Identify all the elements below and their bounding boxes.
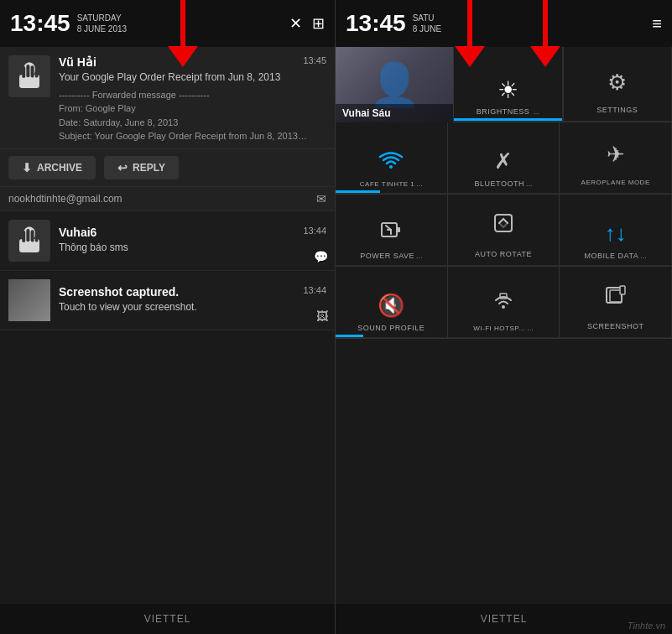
autorotate-label: AUTO ROTATE — [475, 250, 532, 258]
notification-list: Vũ Hải 13:45 Your Google Play Order Rece… — [0, 47, 335, 604]
screenshot-time: 13:44 — [303, 285, 326, 295]
aeroplane-label: AEROPLANE MODE — [581, 179, 650, 186]
settings-icon: ⚙ — [607, 70, 627, 96]
svg-rect-9 — [26, 229, 29, 242]
screenshot-icon: 🖼 — [316, 309, 328, 323]
wifi-tile[interactable]: Cafe TinhTe 1 ... — [336, 122, 448, 194]
archive-button[interactable]: ⬇ ARCHIVE — [8, 156, 96, 179]
wifi-indicator — [336, 190, 380, 193]
wifi-icon — [378, 149, 404, 176]
wifihotspot-label: WI-FI HOTSP... — [473, 325, 525, 332]
settings-label: SETTINGS — [596, 106, 638, 114]
svg-rect-3 — [26, 65, 29, 77]
sms-avatar — [8, 220, 50, 262]
right-time: 13:45 — [346, 12, 406, 35]
svg-rect-14 — [397, 227, 400, 232]
svg-rect-23 — [620, 286, 625, 294]
left-status-bar: 13:45 SATURDAY 8 JUNE 2013 ✕ ⊞ — [0, 0, 335, 47]
sms-content: Vuhai6 13:44 Thông báo sms — [50, 226, 326, 255]
right-status-bar: 13:45 SATU 8 JUNE ≡ — [336, 0, 672, 47]
svg-rect-5 — [35, 67, 39, 78]
powersave-tile[interactable]: POWER SAVE ... — [336, 195, 448, 266]
soundprofile-indicator — [336, 335, 363, 337]
right-bottom-bar: VIETTEL Tinhte.vn — [336, 604, 672, 634]
email-address: nookhdtinhte@gmail.com — [8, 193, 122, 205]
svg-point-19 — [502, 305, 505, 309]
mobiledata-icon: ↑↓ — [605, 221, 627, 247]
svg-rect-4 — [31, 65, 34, 77]
email-actions: ⬇ ARCHIVE ↩ REPLY — [0, 148, 335, 186]
reply-button[interactable]: ↩ REPLY — [104, 156, 179, 179]
sms-subject: Thông báo sms — [59, 241, 326, 255]
left-carrier: VIETTEL — [144, 613, 191, 625]
bluetooth-label: BLUETOOTH — [475, 179, 524, 188]
right-carrier: VIETTEL — [481, 613, 528, 625]
brightness-icon: ☀ — [497, 76, 518, 104]
screenshot-qs-icon — [604, 283, 628, 312]
autorotate-tile[interactable]: AUTO ROTATE — [448, 195, 560, 266]
email-avatar — [8, 55, 50, 97]
screenshot-thumb — [8, 279, 50, 321]
profile-name: Vuhai Sáu — [336, 104, 453, 122]
autorotate-icon — [492, 211, 515, 240]
brand-watermark: Tinhte.vn — [628, 621, 665, 631]
screenshot-content: Screenshot captured. 13:44 Touch to view… — [50, 285, 326, 314]
left-time: 13:45 — [10, 12, 70, 35]
left-bottom-bar: VIETTEL — [0, 604, 335, 634]
svg-rect-10 — [31, 230, 34, 242]
right-panel: 13:45 SATU 8 JUNE ≡ 👤 Vuhai Sáu ☀ — [336, 0, 672, 634]
brightness-indicator — [454, 118, 562, 121]
email-bar: nookhdtinhte@gmail.com ✉ — [0, 186, 335, 210]
bluetooth-tile[interactable]: ✗ BLUETOOTH ... — [448, 122, 560, 194]
email-time: 13:45 — [303, 55, 326, 65]
email-subject: Your Google Play Order Receipt from Jun … — [59, 70, 326, 85]
right-status-icons: ≡ — [652, 14, 662, 34]
email-body: ---------- Forwarded message ---------- … — [59, 88, 326, 143]
screenshot-notification[interactable]: Screenshot captured. 13:44 Touch to view… — [0, 271, 335, 330]
wifi-label: Cafe TinhTe 1 — [360, 180, 414, 188]
screenshot-title: Screenshot captured. — [59, 285, 179, 299]
profile-photo[interactable]: 👤 Vuhai Sáu — [336, 47, 453, 122]
email-content: Vũ Hải 13:45 Your Google Play Order Rece… — [50, 55, 326, 143]
screenshot-qs-tile[interactable]: SCREENSHOT — [560, 267, 672, 338]
bluetooth-more: ... — [526, 179, 533, 188]
right-date: SATU 8 JUNE — [413, 13, 441, 34]
sms-notification[interactable]: Vuhai6 13:44 Thông báo sms 💬 — [0, 211, 335, 271]
soundprofile-tile[interactable]: 🔇 SOUND PROFILE — [336, 267, 448, 338]
aeroplane-tile[interactable]: ✈ AEROPLANE MODE — [560, 122, 672, 194]
aeroplane-icon: ✈ — [607, 142, 625, 168]
brightness-tile[interactable]: ☀ BRIGHTNESS ... — [453, 47, 563, 122]
wifihotspot-more: ... — [527, 324, 534, 332]
wifihotspot-icon — [492, 290, 515, 319]
powersave-icon — [379, 218, 403, 247]
powersave-more: ... — [416, 252, 423, 260]
svg-rect-18 — [495, 215, 512, 231]
wifihotspot-tile[interactable]: WI-FI HOTSP... ... — [448, 267, 560, 338]
hamburger-icon[interactable]: ≡ — [652, 14, 662, 34]
left-panel: 13:45 SATURDAY 8 JUNE 2013 ✕ ⊞ — [0, 0, 336, 634]
sms-time: 13:44 — [303, 226, 326, 236]
left-date: SATURDAY 8 JUNE 2013 — [77, 13, 127, 34]
email-envelope-icon: ✉ — [316, 192, 326, 205]
mobiledata-tile[interactable]: ↑↓ MOBILE DATA ... — [560, 195, 672, 266]
mobiledata-label: MOBILE DATA — [585, 252, 639, 260]
grid-icon[interactable]: ⊞ — [312, 14, 325, 33]
sms-msg-icon: 💬 — [314, 250, 328, 263]
svg-rect-8 — [22, 231, 25, 242]
sms-sender: Vuhai6 — [59, 226, 96, 239]
powersave-label: POWER SAVE — [360, 252, 414, 260]
archive-icon: ⬇ — [22, 161, 32, 174]
email-notification[interactable]: Vũ Hải 13:45 Your Google Play Order Rece… — [0, 47, 335, 211]
soundprofile-icon: 🔇 — [378, 293, 404, 319]
svg-point-12 — [389, 165, 393, 169]
email-sender: Vũ Hải — [59, 55, 96, 69]
screenshot-subtitle: Touch to view your screenshot. — [59, 300, 326, 314]
bluetooth-icon: ✗ — [494, 148, 513, 174]
wifi-more: ... — [416, 179, 423, 188]
brightness-label: BRIGHTNESS — [477, 107, 530, 116]
left-status-icons: ✕ ⊞ — [289, 14, 325, 33]
soundprofile-label: SOUND PROFILE — [357, 324, 425, 332]
close-icon[interactable]: ✕ — [289, 14, 302, 33]
settings-tile[interactable]: ⚙ SETTINGS — [563, 47, 673, 122]
mobiledata-more: ... — [640, 252, 647, 260]
